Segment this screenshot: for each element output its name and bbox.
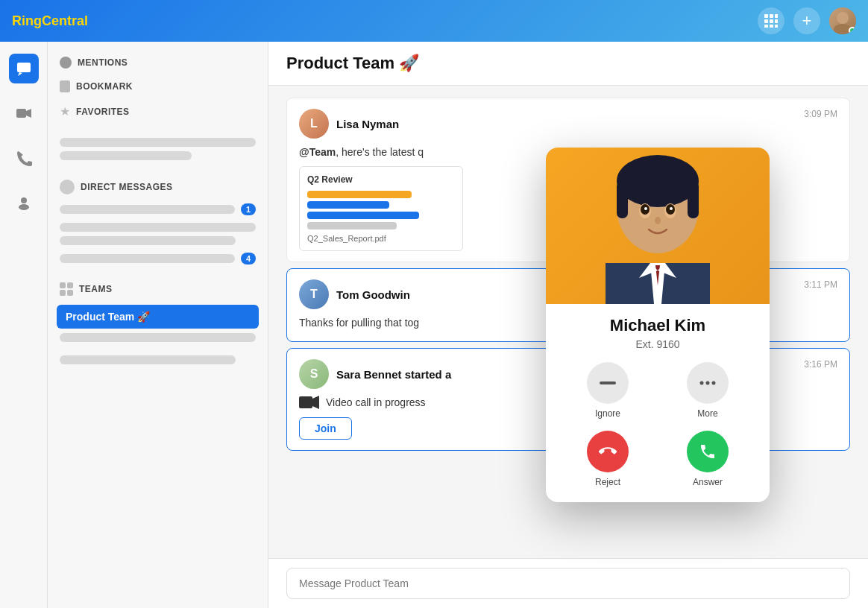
skeleton bbox=[60, 236, 236, 245]
svg-rect-6 bbox=[764, 25, 768, 28]
call-actions-bottom: Reject Answer bbox=[546, 431, 770, 502]
sidebar-item-video[interactable] bbox=[9, 98, 39, 128]
msg-time-lisa: 3:09 PM bbox=[804, 109, 837, 119]
bar-1 bbox=[307, 191, 412, 198]
sidebar-item-contacts[interactable] bbox=[9, 188, 39, 218]
dm-badge-1: 1 bbox=[241, 203, 256, 215]
caller-image bbox=[546, 148, 770, 304]
reject-label: Reject bbox=[595, 477, 620, 487]
sender-sara: Sara Bennet started a bbox=[336, 368, 451, 381]
user-avatar[interactable] bbox=[829, 7, 856, 34]
skeleton bbox=[60, 333, 256, 342]
teams-nav-product-team[interactable]: Product Team 🚀 bbox=[57, 305, 259, 329]
svg-point-9 bbox=[837, 12, 849, 24]
svg-rect-4 bbox=[770, 19, 773, 23]
svg-rect-7 bbox=[770, 25, 773, 28]
svg-point-16 bbox=[19, 204, 29, 210]
ignore-label: Ignore bbox=[595, 408, 620, 419]
svg-rect-11 bbox=[17, 63, 31, 72]
add-button[interactable]: + bbox=[793, 7, 820, 34]
dm-row-4[interactable]: 4 bbox=[48, 250, 268, 267]
svg-point-27 bbox=[644, 207, 647, 210]
video-call-label: Video call in progress bbox=[326, 396, 426, 408]
svg-rect-35 bbox=[600, 381, 616, 384]
incoming-call-overlay: Michael Kim Ext. 9160 Ignore bbox=[546, 148, 770, 502]
message-input-bar bbox=[268, 558, 868, 608]
svg-rect-22 bbox=[688, 181, 699, 218]
online-indicator bbox=[849, 27, 856, 34]
bar-2 bbox=[307, 201, 389, 209]
bar-3 bbox=[307, 212, 419, 219]
skeleton bbox=[60, 254, 235, 263]
msg-time-tom: 3:11 PM bbox=[804, 279, 837, 290]
sidebar-item-phone[interactable] bbox=[9, 143, 39, 173]
sender-tom: Tom Goodwin bbox=[336, 288, 410, 301]
more-label: More bbox=[697, 408, 717, 419]
svg-rect-13 bbox=[16, 109, 26, 118]
svg-point-20 bbox=[617, 155, 699, 207]
svg-rect-5 bbox=[775, 19, 778, 23]
q2-attachment[interactable]: Q2 Review Q2_Sales_Report.pdf bbox=[299, 166, 463, 251]
main-layout: MENTIONS BOOKMARK ★ FAVORITES DIRECT MES… bbox=[0, 42, 868, 608]
reject-button[interactable] bbox=[587, 431, 629, 472]
avatar-lisa: L bbox=[299, 109, 329, 139]
skeleton bbox=[60, 223, 256, 232]
dm-header: DIRECT MESSAGES bbox=[48, 174, 268, 200]
channel-title: Product Team 🚀 bbox=[286, 54, 850, 73]
avatar-sara: S bbox=[299, 359, 329, 389]
teams-header: TEAMS bbox=[48, 276, 268, 302]
answer-label: Answer bbox=[693, 477, 723, 487]
svg-marker-14 bbox=[26, 109, 31, 118]
svg-point-15 bbox=[21, 197, 27, 203]
svg-point-37 bbox=[706, 381, 710, 385]
skeleton bbox=[60, 205, 235, 214]
svg-rect-17 bbox=[299, 396, 312, 408]
mentions-label: MENTIONS bbox=[78, 57, 128, 68]
message-header-lisa: L Lisa Nyman bbox=[299, 109, 837, 139]
svg-point-29 bbox=[655, 217, 661, 224]
svg-rect-0 bbox=[764, 14, 768, 18]
video-call-icon bbox=[299, 395, 320, 410]
left-panel: MENTIONS BOOKMARK ★ FAVORITES DIRECT MES… bbox=[48, 42, 268, 608]
dm-badge-2: 4 bbox=[241, 253, 256, 265]
skeleton bbox=[60, 355, 236, 364]
caller-photo bbox=[546, 148, 770, 304]
skeleton bbox=[60, 138, 256, 147]
dm-row-1[interactable]: 1 bbox=[48, 200, 268, 218]
svg-marker-18 bbox=[312, 396, 319, 409]
svg-rect-3 bbox=[764, 19, 768, 23]
svg-rect-1 bbox=[770, 14, 773, 18]
svg-rect-2 bbox=[775, 14, 778, 18]
answer-button[interactable] bbox=[687, 431, 729, 472]
svg-marker-12 bbox=[18, 72, 22, 76]
grid-icon-button[interactable] bbox=[758, 7, 784, 34]
sidebar-item-chat[interactable] bbox=[9, 54, 39, 83]
app-logo: RingCentral bbox=[12, 13, 88, 29]
svg-point-28 bbox=[670, 207, 673, 210]
pdf-label: Q2_Sales_Report.pdf bbox=[307, 234, 455, 243]
join-button[interactable]: Join bbox=[299, 417, 352, 440]
more-action: More bbox=[664, 362, 752, 419]
bookmark-label: BOOKMARK bbox=[76, 81, 133, 92]
sender-lisa: Lisa Nyman bbox=[336, 118, 399, 130]
call-actions-top: Ignore More bbox=[546, 362, 770, 431]
avatar-tom: T bbox=[299, 279, 329, 309]
ignore-action: Ignore bbox=[564, 362, 652, 419]
topbar-right: + bbox=[758, 7, 856, 34]
reject-action: Reject bbox=[564, 431, 652, 487]
answer-action: Answer bbox=[664, 431, 752, 487]
caller-ext: Ext. 9160 bbox=[558, 338, 758, 350]
svg-rect-8 bbox=[775, 25, 778, 28]
svg-point-36 bbox=[700, 381, 704, 385]
main-content: Product Team 🚀 L Lisa Nyman 3:09 PM @Tea… bbox=[268, 42, 868, 608]
message-input[interactable] bbox=[286, 568, 850, 599]
caller-info: Michael Kim Ext. 9160 bbox=[546, 304, 770, 362]
ignore-button[interactable] bbox=[587, 362, 629, 404]
svg-point-38 bbox=[712, 381, 716, 385]
caller-name: Michael Kim bbox=[558, 316, 758, 335]
svg-rect-21 bbox=[617, 181, 628, 218]
more-button[interactable] bbox=[687, 362, 729, 404]
icon-sidebar bbox=[0, 42, 48, 608]
dm-label: DIRECT MESSAGES bbox=[81, 182, 173, 192]
channel-emoji: 🚀 bbox=[399, 54, 419, 72]
